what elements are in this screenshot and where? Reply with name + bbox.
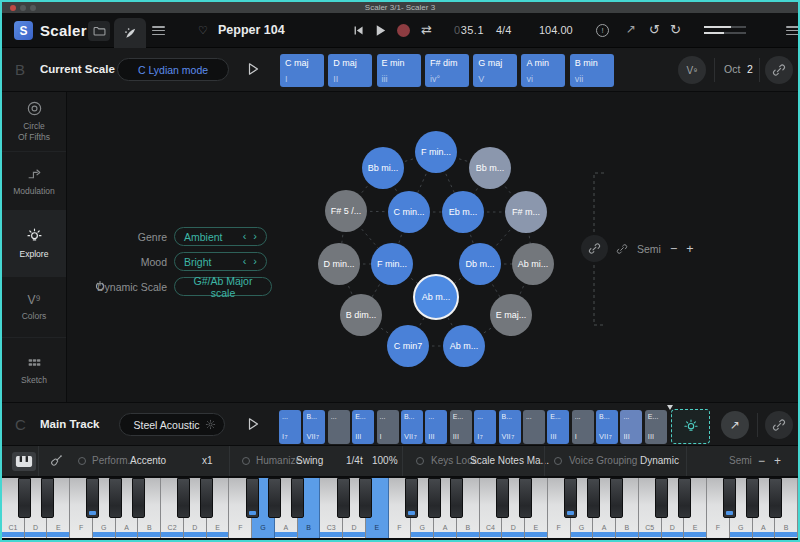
- mood-select[interactable]: Bright ‹ ›: [174, 252, 267, 271]
- humanize-amount[interactable]: 100%: [372, 446, 398, 476]
- track-chord-slot[interactable]: ...I: [377, 410, 399, 444]
- piano-black-key[interactable]: [723, 478, 736, 518]
- scale-chord-button[interactable]: E miniii: [377, 54, 421, 87]
- main-menu-icon[interactable]: [152, 26, 165, 35]
- piano-black-key[interactable]: [428, 478, 441, 518]
- sidebar-item-explore[interactable]: Explore: [2, 211, 66, 277]
- track-chord-slot[interactable]: ...III: [425, 410, 447, 444]
- perform-toggle[interactable]: [78, 457, 86, 465]
- scale-play-button[interactable]: [245, 61, 261, 77]
- scale-chord-button[interactable]: C majI: [280, 54, 324, 87]
- chord-node[interactable]: Ab m...: [443, 325, 485, 367]
- zoom-window-icon[interactable]: [30, 5, 36, 11]
- voicing-button[interactable]: V⁹: [678, 56, 706, 84]
- chord-node[interactable]: F min...: [415, 131, 457, 173]
- track-chord-slot[interactable]: ...I: [572, 410, 594, 444]
- genre-prev-icon[interactable]: ‹: [243, 228, 247, 245]
- explore-link-button[interactable]: [581, 235, 608, 262]
- piano-black-key[interactable]: [177, 478, 190, 518]
- chord-node[interactable]: F# m...: [505, 191, 547, 233]
- settings-menu-icon[interactable]: [786, 26, 799, 35]
- piano-black-key[interactable]: [41, 478, 54, 518]
- guitar-icon[interactable]: [48, 454, 63, 469]
- scale-chord-button[interactable]: G majV: [473, 54, 517, 87]
- piano-black-key[interactable]: [746, 478, 759, 518]
- perform-mult[interactable]: x1: [202, 446, 213, 476]
- chord-node[interactable]: Bb m...: [469, 147, 511, 189]
- voice-grouping-value[interactable]: Dynamic: [640, 446, 679, 476]
- track-chord-slot[interactable]: E...III: [547, 410, 569, 444]
- track-chord-slot[interactable]: ...: [523, 410, 545, 444]
- piano-black-key[interactable]: [564, 478, 577, 518]
- piano-black-key[interactable]: [18, 478, 31, 518]
- window-controls[interactable]: [10, 5, 36, 11]
- piano-black-key[interactable]: [769, 478, 782, 518]
- semi-plus-button[interactable]: +: [686, 242, 693, 256]
- track-chord-slot[interactable]: ...I7: [474, 410, 496, 444]
- piano-black-key[interactable]: [496, 478, 509, 518]
- track-chord-slot[interactable]: B...VII7: [596, 410, 618, 444]
- piano-black-key[interactable]: [200, 478, 213, 518]
- loop-button[interactable]: ⇄: [421, 22, 432, 38]
- tempo-display[interactable]: 104.00: [539, 24, 573, 36]
- info-icon[interactable]: !: [596, 24, 609, 37]
- favorite-heart-icon[interactable]: ♡: [198, 24, 208, 37]
- piano-black-key[interactable]: [655, 478, 668, 518]
- undo-button[interactable]: ↺: [649, 22, 660, 37]
- piano-black-key[interactable]: [132, 478, 145, 518]
- semi-minus-button[interactable]: −: [670, 242, 677, 256]
- scale-name-input[interactable]: C Lydian mode: [117, 58, 229, 81]
- track-chord-slot[interactable]: B...VII7: [303, 410, 325, 444]
- preset-name[interactable]: Pepper 104: [218, 23, 285, 37]
- perform-value[interactable]: Accento: [130, 446, 166, 476]
- kb-semi-plus-button[interactable]: +: [774, 446, 781, 476]
- volume-sliders[interactable]: [704, 26, 746, 37]
- scale-chord-button[interactable]: D majII: [328, 54, 372, 87]
- sidebar-item-sketch[interactable]: Sketch: [2, 338, 66, 401]
- mood-prev-icon[interactable]: ‹: [243, 253, 247, 270]
- mood-next-icon[interactable]: ›: [253, 253, 257, 270]
- piano-black-key[interactable]: [86, 478, 99, 518]
- chord-node[interactable]: F min...: [371, 243, 413, 285]
- humanize-toggle[interactable]: [242, 457, 250, 465]
- kb-semi-minus-button[interactable]: −: [758, 446, 765, 476]
- record-button[interactable]: [397, 24, 410, 37]
- chord-node[interactable]: Bb mi...: [362, 147, 404, 189]
- track-chord-slot[interactable]: B...VII7: [401, 410, 423, 444]
- piano-black-key[interactable]: [109, 478, 122, 518]
- piano-black-key[interactable]: [587, 478, 600, 518]
- genre-select[interactable]: Ambient ‹ ›: [174, 227, 267, 246]
- humanize-rate[interactable]: 1/4t: [346, 446, 363, 476]
- dynamic-scale-select[interactable]: G#/Ab Major scale: [174, 277, 272, 296]
- piano-black-key[interactable]: [678, 478, 691, 518]
- scale-chord-button[interactable]: B minvii: [570, 54, 614, 87]
- piano-black-key[interactable]: [291, 478, 304, 518]
- session-tab[interactable]: [114, 18, 146, 48]
- export-arrow-icon[interactable]: ↗: [626, 22, 636, 36]
- keys-lock-value[interactable]: Scale Notes Ma...: [470, 446, 549, 476]
- track-chord-slot[interactable]: ...: [328, 410, 350, 444]
- chord-node[interactable]: Ab mi...: [512, 243, 554, 285]
- genre-next-icon[interactable]: ›: [253, 228, 257, 245]
- track-chord-slot[interactable]: E...III: [450, 410, 472, 444]
- piano-black-key[interactable]: [337, 478, 350, 518]
- piano-black-key[interactable]: [610, 478, 623, 518]
- chord-node[interactable]: C min7: [387, 325, 429, 367]
- piano-black-key[interactable]: [519, 478, 532, 518]
- track-chord-slot[interactable]: E...III: [645, 410, 667, 444]
- scale-chord-button[interactable]: A minvi: [521, 54, 565, 87]
- keyboard-view-button[interactable]: [12, 452, 36, 471]
- scale-chord-button[interactable]: F# dimiv°: [425, 54, 469, 87]
- track-link-button[interactable]: [765, 411, 793, 439]
- track-chord-slot[interactable]: ...III: [620, 410, 642, 444]
- humanize-label[interactable]: Humanize: [256, 446, 301, 476]
- suggest-chord-slot[interactable]: [671, 409, 710, 444]
- track-chord-slot[interactable]: ...I7: [279, 410, 301, 444]
- piano-black-key[interactable]: [450, 478, 463, 518]
- chord-node[interactable]: C min...: [388, 191, 430, 233]
- keys-lock-toggle[interactable]: [416, 457, 424, 465]
- play-button[interactable]: [373, 23, 388, 38]
- chord-node[interactable]: Eb m...: [442, 191, 484, 233]
- minimize-window-icon[interactable]: [20, 5, 26, 11]
- piano-black-key[interactable]: [359, 478, 372, 518]
